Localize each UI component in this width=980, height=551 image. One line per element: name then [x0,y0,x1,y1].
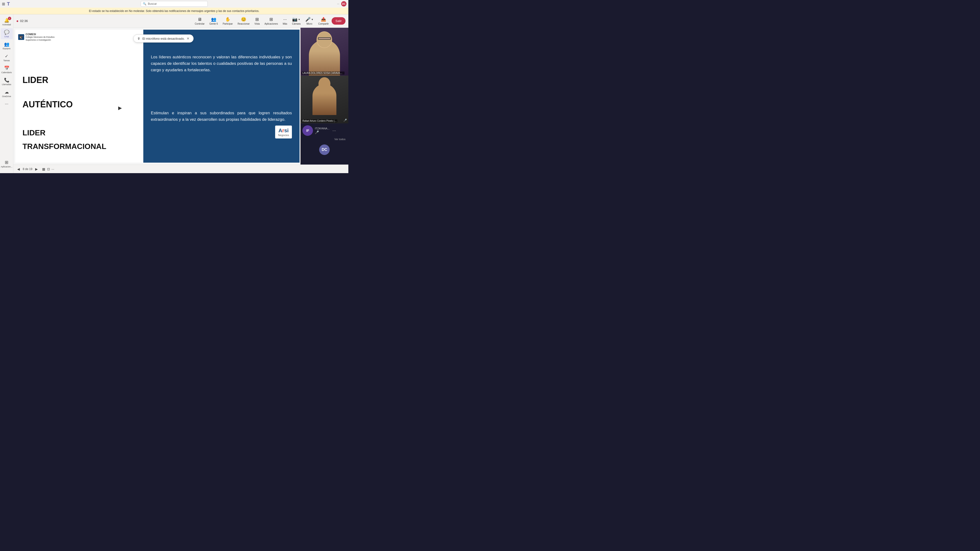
controlar-icon: 🖥 [197,17,202,22]
video-dark-rafael: Rafael Arturo Cordero Pinelo (... 🎤 [301,76,348,124]
participant-initials-if: IF [306,129,309,132]
dc-avatar: DC [319,144,330,155]
sidebar-item-calendario[interactable]: 📅 Calendario [1,64,13,75]
grid-view-btn[interactable]: ▦ [41,167,46,171]
participar-btn[interactable]: ✋ Participar [221,16,235,26]
activity-badge: 1 [8,17,11,20]
slide-area: 🦅 COMESI Colegio Mexicano de Estudios Su… [13,28,348,165]
sidebar-item-more[interactable]: ··· [1,100,13,108]
user-avatar[interactable]: DC [341,1,347,6]
content-area: ● 02:36 🖥 Controlar 👥 Gente 6 ✋ Particip… [13,14,348,173]
vista-icon: ⊞ [255,17,259,22]
apps-icon: ⊞ [5,160,8,165]
view-buttons: ▦ ⊡ ··· [41,167,54,171]
prev-slide-btn[interactable]: ◀ [16,167,21,171]
gente-icon: 👥 [211,17,216,22]
more-options[interactable]: ··· [337,2,339,5]
title-bar-right: ··· DC [337,1,347,6]
sidebar-item-onedrive[interactable]: ☁ OneDrive [1,88,13,99]
mic-notification-close[interactable]: ✕ [187,37,189,40]
see-all-container: Ver todos [301,138,348,143]
person-laura [309,40,340,76]
aplicaciones-btn[interactable]: ⊞ Aplicaciones [263,16,280,26]
micro-arrow: ▼ [311,18,313,21]
vista-btn[interactable]: ⊞ Vista [252,16,261,26]
sidebar-item-chat[interactable]: 💬 Chat [1,28,13,39]
grid-icon[interactable]: ⊞ [2,2,5,6]
compartir-btn[interactable]: 📤 Compartir [316,16,331,26]
camara-btn[interactable]: 📷 ▼ Cámara [290,16,303,26]
teams-icon-sidebar: 👥 [4,41,10,47]
see-all-btn[interactable]: Ver todos [334,138,347,141]
chat-icon: 💬 [4,30,10,35]
camara-icon: 📷 [292,17,298,22]
participant-name-if: ITZAYANA... [315,127,329,130]
slide-right: Los líderes auténticos reconocen y valor… [143,30,299,163]
end-call-button[interactable]: Salir [332,17,345,25]
aplicaciones-label: Aplicaciones [265,22,278,25]
sidebar-item-tareas[interactable]: ✓ Tareas [1,52,13,63]
controlar-label: Controlar [195,22,205,25]
controlar-btn[interactable]: 🖥 Controlar [193,16,207,26]
compartir-icon: 📤 [321,17,326,22]
more-icon: ··· [5,102,8,106]
sidebar-item-actividad[interactable]: 🔔 1 Actividad [1,16,13,27]
gente-btn[interactable]: 👥 Gente 6 [207,16,220,26]
right-panel: LAURA DOLORES SOSA CARAVAN... Rafael Art… [301,28,348,165]
search-icon: 🔍 [143,2,146,5]
page-current: 8 [23,167,24,171]
video-feed-laura: LAURA DOLORES SOSA CARAVAN... [301,28,348,76]
video-feed-rafael: Rafael Arturo Cordero Pinelo (... 🎤 [301,76,348,124]
participant-info-if: ITZAYANA... 🎤 [315,127,329,134]
micro-label: Micro [307,22,312,25]
logo-line2: Colegio Mexicano de Estudios [25,36,54,39]
search-placeholder: Buscar [148,2,157,5]
search-bar[interactable]: 🔍 Buscar [141,1,208,7]
sidebar-item-equipos[interactable]: 👥 Equipos [1,40,13,51]
sidebar-item-aplicaciones[interactable]: ⊞ Aplicacion... [1,158,13,169]
mic-icon-rafael: 🎤 [343,119,347,122]
next-slide-btn[interactable]: ▶ [34,167,39,171]
camara-arrow: ▼ [298,18,300,21]
slide-more-btn[interactable]: ··· [51,167,54,171]
reaccionar-label: Reaccionar [238,22,250,25]
dc-section: DC [301,143,348,159]
camara-label: Cámara [292,22,301,25]
compartir-label: Compartir [318,22,329,25]
video-label-laura: LAURA DOLORES SOSA CARAVAN... [301,71,345,75]
mas-label: Más [283,22,287,25]
person-rafael [312,84,336,115]
reaccionar-btn[interactable]: 😊 Reaccionar [235,16,252,26]
slide-heading-autentico: AUTÉNTICO [22,100,73,110]
present-view-btn[interactable]: ⊡ [47,167,51,171]
slide-heading-lider1: LIDER [22,75,73,85]
mic-off-icon: 🎙 [137,37,140,40]
participant-mic-if: 🎤 [315,130,329,134]
timer-display: ● 02:36 [16,19,28,23]
micro-icon: 🎤 [305,17,310,22]
page-indicator: 8 de 19 [23,167,32,171]
sidebar-item-llamadas[interactable]: 📞 Llamadas [1,76,13,87]
sidebar-label-calendario: Calendario [2,71,12,74]
calendar-icon: 📅 [4,65,10,71]
sidebar-label-onedrive: OneDrive [2,95,11,98]
calls-icon: 📞 [4,78,10,83]
micro-btn[interactable]: 🎤 ▼ Micro [303,16,315,26]
sidebar-label-tareas: Tareas [3,59,10,62]
head-laura [317,31,332,48]
arsi-logo: Arsi Negocios [275,125,292,138]
slide-text-1: Los líderes auténticos reconocen y valor… [151,54,292,73]
participant-options-btn[interactable]: ··· [331,127,337,134]
main-container: 🔔 1 Actividad 💬 Chat 👥 Equipos ✓ Tareas … [0,14,348,173]
sidebar-label-aplicaciones: Aplicacion... [1,165,13,168]
tasks-icon: ✓ [5,54,8,59]
logo-icon: 🦅 [19,35,23,39]
mas-btn[interactable]: ··· Más [281,16,289,26]
slide-logo: 🦅 COMESI Colegio Mexicano de Estudios Su… [18,33,54,41]
head-rafael [318,77,331,91]
teams-logo: T [7,1,10,7]
toolbar: ● 02:36 🖥 Controlar 👥 Gente 6 ✋ Particip… [13,14,348,28]
slide-heading-lider2: LIDER [22,129,106,137]
mic-notification-text: El micrófono está desactivado. [142,37,185,40]
notification-text: El estado se ha establecido en No molest… [89,10,259,13]
